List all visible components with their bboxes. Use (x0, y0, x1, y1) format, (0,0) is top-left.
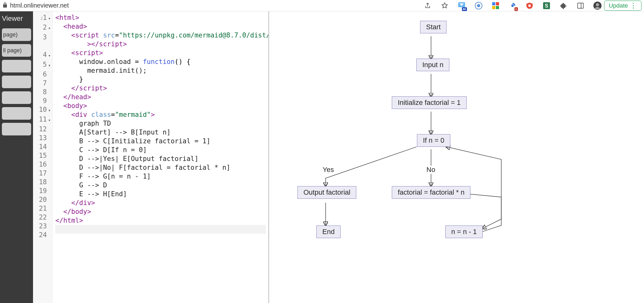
star-icon[interactable] (441, 2, 449, 10)
edge-label-yes: Yes (323, 166, 334, 174)
extensions-puzzle-icon[interactable] (559, 2, 568, 10)
sidebar-btn-3[interactable] (2, 60, 31, 72)
sidebar: Viewer page) ll page) (0, 11, 33, 303)
code-editor[interactable]: i1▾2▾3 4▾5▾678910▾11▾1213141516171819202… (33, 11, 268, 303)
extension-icon-6[interactable]: S (542, 2, 551, 10)
svg-point-2 (477, 4, 480, 7)
flow-node-mult: factorial = factorial * n (392, 186, 470, 199)
browser-address-bar: html.onlineviewer.net 80 1 S Update ⋮ (0, 0, 644, 11)
sidebar-btn-5[interactable] (2, 91, 31, 104)
svg-text:S: S (545, 3, 548, 9)
url-text[interactable]: html.onlineviewer.net (10, 2, 424, 9)
extension-icon-4[interactable]: 1 (508, 2, 517, 10)
edge-label-no: No (426, 166, 435, 174)
flow-node-end: End (316, 226, 341, 238)
sidebar-btn-6[interactable] (2, 107, 31, 120)
sidebar-btn-1[interactable]: page) (2, 28, 31, 41)
flow-node-init: Initialize factorial = 1 (392, 96, 467, 109)
sidebar-title: Viewer (2, 13, 31, 25)
editor-code[interactable]: <html> <head> <script src="https://unpkg… (53, 11, 268, 303)
svg-point-7 (511, 4, 514, 7)
flow-node-decrement: n = n - 1 (445, 226, 483, 238)
svg-rect-3 (492, 2, 495, 5)
panel-icon[interactable] (576, 2, 585, 10)
svg-rect-5 (492, 6, 495, 9)
svg-rect-4 (496, 2, 499, 5)
extension-icon-3[interactable] (491, 2, 500, 10)
lock-icon (3, 2, 8, 9)
extension-icon-2[interactable] (475, 2, 483, 10)
update-button[interactable]: Update ⋮ (604, 1, 641, 11)
sidebar-btn-4[interactable] (2, 76, 31, 88)
svg-rect-6 (496, 6, 499, 9)
extension-icon-1[interactable]: 80 (458, 2, 466, 10)
browser-action-icons: 80 1 S (424, 2, 602, 10)
flowchart-edges (269, 11, 644, 303)
profile-avatar[interactable] (593, 2, 602, 10)
extension-icon-5[interactable] (525, 2, 534, 10)
sidebar-btn-7[interactable] (2, 123, 31, 135)
flow-node-output: Output factorial (297, 186, 356, 199)
flow-node-condition: If n = 0 (417, 134, 450, 147)
preview-pane: Start Input n Initialize factorial = 1 I… (268, 11, 644, 303)
svg-point-8 (528, 4, 531, 7)
update-label: Update (609, 2, 628, 9)
svg-rect-11 (578, 3, 583, 8)
flow-node-input: Input n (416, 59, 449, 71)
flow-node-start: Start (420, 21, 447, 33)
editor-gutter: i1▾2▾3 4▾5▾678910▾11▾1213141516171819202… (33, 11, 53, 303)
svg-point-14 (596, 3, 599, 6)
share-icon[interactable] (424, 2, 432, 10)
sidebar-btn-2[interactable]: ll page) (2, 44, 31, 57)
